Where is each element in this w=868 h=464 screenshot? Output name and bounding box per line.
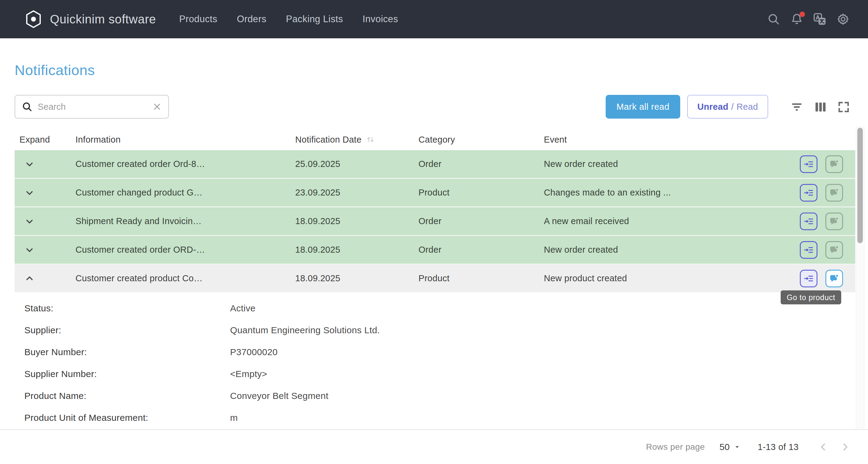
filter-icon[interactable] xyxy=(790,100,804,114)
page-title: Notifications xyxy=(14,62,95,78)
detail-label: Product Unit of Measurement: xyxy=(14,412,230,423)
go-to-source-icon[interactable] xyxy=(800,184,817,202)
scrollbar-thumb[interactable] xyxy=(857,128,863,243)
row-date: 18.09.2025 xyxy=(295,216,418,226)
rows-per-page-select[interactable]: 50 xyxy=(719,442,741,452)
table-row[interactable]: Customer changed product G… 23.09.2025 P… xyxy=(14,179,855,207)
toggle-separator: / xyxy=(731,102,734,112)
translate-icon[interactable] xyxy=(811,10,829,28)
pagination-range: 1-13 of 13 xyxy=(757,442,799,452)
chevron-up-icon[interactable] xyxy=(24,273,35,284)
row-category: Order xyxy=(418,216,544,226)
chevron-down-icon[interactable] xyxy=(24,159,35,169)
read-option[interactable]: Read xyxy=(737,102,758,112)
columns-icon[interactable] xyxy=(813,100,828,114)
caret-down-icon xyxy=(733,443,741,451)
search-input[interactable] xyxy=(37,102,153,112)
app-logo-icon xyxy=(26,10,41,28)
flag-message-icon[interactable] xyxy=(826,241,843,259)
mark-all-read-button[interactable]: Mark all read xyxy=(606,95,680,119)
chevron-down-icon[interactable] xyxy=(24,245,35,255)
detail-label: Product Name: xyxy=(14,391,230,401)
rows-per-page-value: 50 xyxy=(719,442,730,452)
detail-value: Conveyor Belt Segment xyxy=(230,391,329,401)
row-event: New product created xyxy=(544,273,739,284)
detail-field: Supplier: Quantum Engineering Solutions … xyxy=(14,319,855,341)
unread-read-toggle[interactable]: Unread / Read xyxy=(687,95,768,119)
search-box xyxy=(14,95,169,119)
detail-field: Status: Active xyxy=(14,297,855,319)
row-date: 25.09.2025 xyxy=(295,159,418,169)
page-prev-icon[interactable] xyxy=(817,441,829,453)
go-to-source-icon[interactable] xyxy=(800,241,817,259)
row-details-panel: Status: Active Supplier: Quantum Enginee… xyxy=(14,293,855,429)
flag-message-icon[interactable] xyxy=(826,270,843,287)
table-row[interactable]: Customer created order Ord-8… 25.09.2025… xyxy=(14,150,855,179)
detail-label: Status: xyxy=(14,303,230,313)
row-category: Order xyxy=(418,245,544,255)
header-notification-date[interactable]: Notification Date xyxy=(295,135,418,145)
row-information: Customer created order Ord-8… xyxy=(75,159,295,169)
row-information: Customer changed product G… xyxy=(75,188,295,198)
flag-message-icon[interactable] xyxy=(826,184,843,202)
notification-badge xyxy=(800,11,805,17)
page-next-icon[interactable] xyxy=(839,441,851,453)
app-title: Quickinim software xyxy=(50,12,156,26)
pagination-bar: Rows per page 50 1-13 of 13 xyxy=(0,429,868,464)
navbar-icons xyxy=(765,10,852,28)
go-to-source-icon[interactable] xyxy=(800,155,817,173)
go-to-source-icon[interactable] xyxy=(800,270,817,287)
detail-value: Quantum Engineering Solutions Ltd. xyxy=(230,325,380,335)
notifications-page: Quickinim software Products Orders Packi… xyxy=(0,0,868,464)
row-event: Changes made to an existing ... xyxy=(544,188,739,198)
search-icon[interactable] xyxy=(765,10,783,28)
header-event: Event xyxy=(544,135,739,145)
vertical-scrollbar[interactable] xyxy=(856,126,864,429)
row-event: New order created xyxy=(544,159,739,169)
detail-field: Buyer Number: P37000020 xyxy=(14,341,855,363)
detail-value: m xyxy=(230,412,238,423)
row-information: Shipment Ready and Invoicin… xyxy=(75,216,295,226)
sort-icon[interactable] xyxy=(366,135,375,144)
table-row[interactable]: Shipment Ready and Invoicin… 18.09.2025 … xyxy=(14,207,855,236)
clear-search-icon[interactable] xyxy=(153,102,162,111)
go-to-source-icon[interactable] xyxy=(800,212,817,230)
top-navbar: Quickinim software Products Orders Packi… xyxy=(0,0,868,38)
flag-message-icon[interactable] xyxy=(826,212,843,230)
flag-message-icon[interactable] xyxy=(826,155,843,173)
notification-bell-icon[interactable] xyxy=(788,10,806,28)
nav-item-products[interactable]: Products xyxy=(179,14,218,25)
notifications-table: Customer created order Ord-8… 25.09.2025… xyxy=(14,150,855,292)
main-nav: Products Orders Packing Lists Invoices xyxy=(179,14,398,25)
header-expand: Expand xyxy=(14,135,75,145)
header-category: Category xyxy=(418,135,544,145)
row-event: New order created xyxy=(544,245,739,255)
table-header-row: Expand Information Notification Date Cat… xyxy=(14,129,855,150)
detail-field: Product Name: Conveyor Belt Segment xyxy=(14,385,855,407)
row-category: Product xyxy=(418,273,544,284)
detail-field: Supplier Number: <Empty> xyxy=(14,363,855,385)
row-event: A new email received xyxy=(544,216,739,226)
nav-item-packing-lists[interactable]: Packing Lists xyxy=(286,14,343,25)
nav-item-invoices[interactable]: Invoices xyxy=(363,14,398,25)
settings-gear-icon[interactable] xyxy=(834,10,852,28)
tooltip: Go to product xyxy=(781,290,841,304)
fullscreen-icon[interactable] xyxy=(837,100,851,114)
row-date: 18.09.2025 xyxy=(295,273,418,284)
chevron-down-icon[interactable] xyxy=(24,216,35,227)
row-category: Product xyxy=(418,188,544,198)
detail-label: Buyer Number: xyxy=(14,347,230,357)
row-information: Customer created order ORD-… xyxy=(75,245,295,255)
detail-value: Active xyxy=(230,303,256,313)
detail-label: Supplier: xyxy=(14,325,230,335)
unread-option[interactable]: Unread xyxy=(697,102,728,112)
chevron-down-icon[interactable] xyxy=(24,188,35,198)
detail-value: P37000020 xyxy=(230,347,278,357)
detail-field: Product Unit of Measurement: m xyxy=(14,407,855,429)
table-row-expanded[interactable]: Customer created product Co… 18.09.2025 … xyxy=(14,265,855,292)
row-date: 23.09.2025 xyxy=(295,188,418,198)
table-row[interactable]: Customer created order ORD-… 18.09.2025 … xyxy=(14,236,855,265)
search-input-icon xyxy=(22,102,32,112)
nav-item-orders[interactable]: Orders xyxy=(237,14,266,25)
detail-label: Supplier Number: xyxy=(14,369,230,379)
